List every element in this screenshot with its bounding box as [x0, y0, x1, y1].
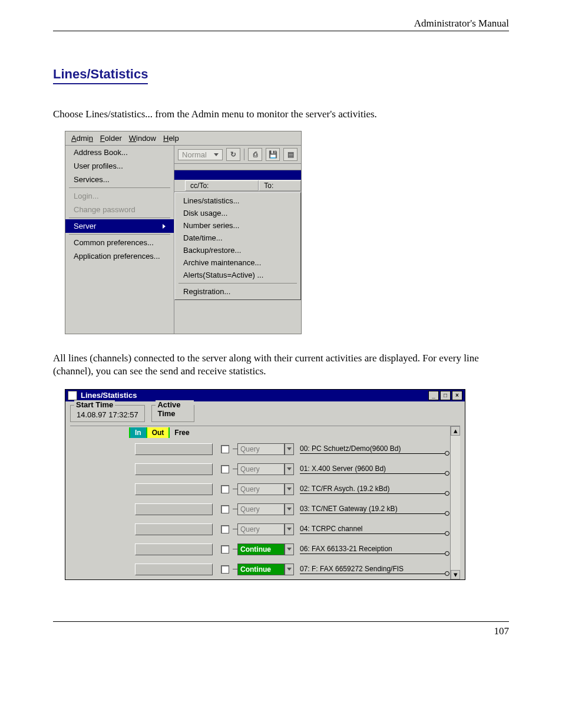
- line-label: 04: TCRPC channel: [300, 525, 447, 534]
- chevron-right-icon: [163, 224, 166, 229]
- line-row: Query04: TCRPC channel: [70, 519, 450, 539]
- close-button[interactable]: ×: [452, 391, 462, 400]
- col-ccto: cc/To:: [185, 180, 259, 191]
- line-checkbox[interactable]: [221, 565, 229, 574]
- line-row: Query00: PC Schuetz/Demo(9600 Bd): [70, 439, 450, 459]
- line-checkbox[interactable]: [221, 485, 229, 493]
- minimize-button[interactable]: _: [428, 391, 439, 400]
- mi-services[interactable]: Services...: [65, 173, 174, 186]
- start-time-group: Start Time 14.08.97 17:32:57: [70, 405, 145, 422]
- maximize-button[interactable]: □: [440, 391, 451, 400]
- print-button[interactable]: ⎙: [248, 148, 262, 161]
- server-submenu: Lines/statistics... Disk usage... Number…: [174, 192, 301, 300]
- mi-commonprefs[interactable]: Common preferences...: [65, 236, 174, 249]
- mi-addressbook[interactable]: Address Book...: [65, 146, 174, 159]
- usage-bar: [135, 483, 213, 495]
- state-dropdown-icon[interactable]: [285, 443, 294, 455]
- priority-combo[interactable]: Normal: [178, 149, 223, 160]
- usage-bar: [135, 443, 213, 455]
- mi-login: Login...: [65, 189, 174, 203]
- state-dropdown-icon[interactable]: [285, 483, 294, 495]
- line-state[interactable]: Continue: [237, 564, 285, 575]
- usage-bar: [135, 523, 213, 535]
- line-label: 06: FAX 66133-21 Receiption: [300, 545, 447, 554]
- legend-free: Free: [168, 427, 194, 438]
- active-time-label: Active Time: [156, 400, 194, 418]
- priority-combo-label: Normal: [182, 150, 207, 159]
- mi-changepw: Change password: [65, 203, 174, 216]
- line-label: 07: F: FAX 6659272 Sending/FIS: [300, 565, 447, 574]
- lines-window: Lines/Statistics _ □ × Start Time 14.08.…: [65, 389, 465, 580]
- chevron-down-icon: [214, 153, 219, 156]
- sm-archive[interactable]: Archive maintenance...: [175, 256, 300, 269]
- line-checkbox[interactable]: [221, 525, 229, 533]
- line-state[interactable]: Query: [237, 463, 285, 475]
- state-dropdown-icon[interactable]: [285, 564, 294, 575]
- mi-appprefs[interactable]: Application preferences...: [65, 249, 174, 263]
- state-dropdown-icon[interactable]: [285, 463, 294, 475]
- toolbar: Normal ↻ ⎙ 💾 ▤: [174, 146, 301, 164]
- refresh-button[interactable]: ↻: [226, 148, 240, 161]
- header-row: cc/To: To:: [174, 180, 301, 192]
- usage-bar: [135, 564, 213, 575]
- menu-admin[interactable]: Admin: [71, 134, 93, 143]
- sm-datetime[interactable]: Date/time...: [175, 232, 300, 244]
- line-row: Query01: X.400 Server (9600 Bd): [70, 459, 450, 479]
- legend-in: In: [129, 427, 146, 438]
- section-title: Lines/Statistics: [53, 67, 148, 84]
- menu-help[interactable]: Help: [163, 134, 179, 143]
- doc-button[interactable]: ▤: [283, 148, 297, 161]
- legend-row: In Out Free: [70, 426, 450, 439]
- sm-disk[interactable]: Disk usage...: [175, 207, 300, 219]
- line-state[interactable]: Continue: [237, 543, 285, 555]
- sm-number[interactable]: Number series...: [175, 219, 300, 232]
- line-row: Continue06: FAX 66133-21 Receiption: [70, 539, 450, 559]
- col-to: To:: [259, 180, 301, 191]
- line-label: 00: PC Schuetz/Demo(9600 Bd): [300, 444, 447, 454]
- legend-out: Out: [146, 427, 169, 438]
- usage-bar: [135, 503, 213, 515]
- active-time-group: Active Time 00:09:39: [151, 405, 194, 422]
- sm-registration[interactable]: Registration...: [175, 285, 300, 298]
- scroll-up-icon[interactable]: ▴: [451, 426, 460, 436]
- line-row: Query03: TC/NET Gateway (19.2 kB): [70, 499, 450, 519]
- save-button[interactable]: 💾: [266, 148, 280, 161]
- line-checkbox[interactable]: [221, 505, 229, 513]
- intro-paragraph: Choose Lines/statistics... from the Admi…: [53, 108, 509, 120]
- state-dropdown-icon[interactable]: [285, 543, 294, 555]
- page-number: 107: [53, 622, 509, 637]
- mi-userprofiles[interactable]: User profiles...: [65, 159, 174, 173]
- mi-server[interactable]: Server: [65, 219, 174, 233]
- line-row: Continue07: F: FAX 6659272 Sending/FIS: [70, 559, 450, 579]
- line-state[interactable]: Query: [237, 503, 285, 515]
- line-row: Query02: TC/FR Asych. (19.2 kBd): [70, 479, 450, 499]
- app-icon: [68, 391, 77, 400]
- sm-lines[interactable]: Lines/statistics...: [175, 195, 300, 207]
- line-state[interactable]: Query: [237, 443, 285, 455]
- line-checkbox[interactable]: [221, 465, 229, 473]
- line-checkbox[interactable]: [221, 545, 229, 554]
- usage-bar: [135, 463, 213, 475]
- mi-server-label: Server: [74, 222, 96, 230]
- scroll-down-icon[interactable]: ▾: [451, 570, 460, 579]
- admin-dropdown: Address Book... User profiles... Service…: [65, 146, 174, 334]
- state-dropdown-icon[interactable]: [285, 523, 294, 535]
- menu-folder[interactable]: Folder: [100, 134, 122, 143]
- vertical-scrollbar[interactable]: ▴ ▾: [450, 426, 460, 579]
- sm-backup[interactable]: Backup/restore...: [175, 244, 300, 256]
- state-dropdown-icon[interactable]: [285, 503, 294, 515]
- page-header: Administrator's Manual: [53, 18, 509, 29]
- menubar: Admin Folder Window Help: [65, 131, 301, 146]
- line-checkbox[interactable]: [221, 445, 229, 453]
- menu-window[interactable]: Window: [129, 134, 156, 143]
- body-paragraph: All lines (channels) connected to the se…: [53, 352, 509, 377]
- line-state[interactable]: Query: [237, 483, 285, 495]
- line-state[interactable]: Query: [237, 523, 285, 535]
- line-label: 03: TC/NET Gateway (19.2 kB): [300, 505, 447, 514]
- line-label: 02: TC/FR Asych. (19.2 kBd): [300, 485, 447, 494]
- titlebar: Lines/Statistics _ □ ×: [65, 390, 465, 401]
- start-time-value: 14.08.97 17:32:57: [77, 410, 138, 419]
- usage-bar: [135, 543, 213, 555]
- menu-screenshot: Admin Folder Window Help Address Book...…: [65, 131, 302, 334]
- sm-alerts[interactable]: Alerts(Status=Active) ...: [175, 269, 300, 281]
